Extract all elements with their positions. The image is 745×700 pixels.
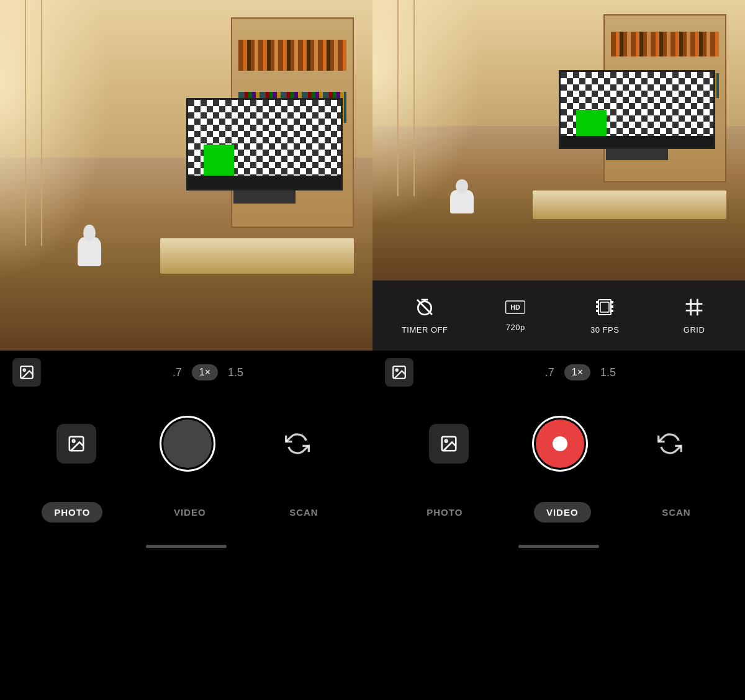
right-tab-scan[interactable]: SCAN [649,502,703,523]
right-zoom-07[interactable]: .7 [545,366,554,379]
left-tab-scan[interactable]: SCAN [277,502,331,523]
right-setting-resolution[interactable]: HD 720p [494,299,537,332]
right-gallery-thumbnail[interactable] [429,424,469,464]
right-setting-fps[interactable]: 30 FPS [583,297,626,334]
left-flip-camera-button[interactable] [279,425,316,462]
right-gallery-icon [391,364,407,380]
right-settings-bar: TIMER OFF HD 720p [372,280,745,351]
fps-label: 30 FPS [590,325,619,334]
left-zoom-07[interactable]: .7 [173,366,182,379]
right-flip-camera-button[interactable] [651,425,689,462]
right-setting-grid[interactable]: GRID [672,297,716,334]
right-setting-timer[interactable]: TIMER OFF [402,297,448,334]
left-phone-panel: .7 1× 1.5 [0,0,372,700]
left-mode-tabs: PHOTO VIDEO SCAN [0,493,372,531]
right-zoom-controls: .7 1× 1.5 [428,364,733,380]
left-home-bar [146,545,227,548]
photo-gallery-icon [67,434,86,453]
right-tab-photo[interactable]: PHOTO [414,502,475,523]
right-phone-panel: TIMER OFF HD 720p [372,0,745,700]
right-bottom-controls: PHOTO VIDEO SCAN [372,394,745,562]
right-tab-video[interactable]: VIDEO [534,502,591,523]
svg-point-3 [73,440,75,442]
grid-label: GRID [684,325,705,334]
timer-label: TIMER OFF [402,325,448,334]
svg-point-1 [24,369,25,371]
resolution-label: 720p [506,323,525,332]
left-tab-photo[interactable]: PHOTO [42,502,102,523]
left-home-indicator [0,531,372,562]
hd-icon: HD [505,299,525,319]
svg-point-23 [396,369,398,371]
left-gallery-thumbnail[interactable] [56,424,96,464]
right-zoom-1x[interactable]: 1× [564,364,590,380]
svg-rect-17 [600,302,609,312]
left-tab-video[interactable]: VIDEO [161,502,219,523]
grid-icon [684,297,704,321]
left-capture-row [0,394,372,493]
right-capture-row [372,394,745,493]
right-flip-camera-icon [657,431,682,456]
left-zoom-15[interactable]: 1.5 [228,366,243,379]
right-viewfinder [372,0,745,280]
timer-off-icon [415,297,435,321]
right-home-indicator [372,531,745,562]
left-gallery-button[interactable] [12,358,41,387]
right-capture-button[interactable] [532,416,588,472]
right-camera-controls-bar: .7 1× 1.5 [372,351,745,394]
right-home-bar [518,545,599,548]
svg-point-25 [445,440,448,442]
left-zoom-1x[interactable]: 1× [192,364,218,380]
gallery-icon [19,364,35,380]
flip-camera-icon [285,431,310,456]
left-camera-controls-bar: .7 1× 1.5 [0,351,372,394]
svg-text:HD: HD [511,303,521,311]
left-viewfinder [0,0,372,351]
left-capture-button[interactable] [160,416,215,472]
fps-icon [595,297,615,321]
left-bottom-controls: PHOTO VIDEO SCAN [0,394,372,562]
left-zoom-controls: .7 1× 1.5 [56,364,360,380]
right-photo-gallery-icon [440,434,458,453]
right-gallery-button[interactable] [385,358,413,387]
right-zoom-15[interactable]: 1.5 [600,366,616,379]
right-mode-tabs: PHOTO VIDEO SCAN [372,493,745,531]
